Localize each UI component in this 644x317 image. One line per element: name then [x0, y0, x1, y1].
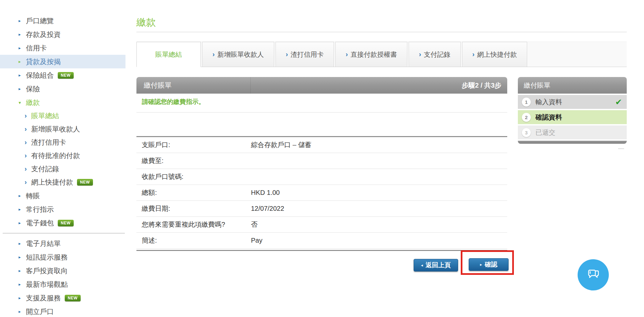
tab-bill-summary[interactable]: 賬單總結 [136, 42, 201, 67]
chevron-right-icon: ▸ [19, 194, 26, 198]
field-label: 繳費日期: [136, 204, 251, 213]
new-badge: NEW [65, 295, 81, 301]
steps-panel-title: 繳付賬單 [518, 77, 627, 94]
sidebar-item-add-bill-payee[interactable]: ›新增賬單收款人 [0, 122, 125, 136]
field-value: Pay [251, 237, 262, 244]
field-row: 簡述:Pay [136, 233, 507, 249]
sidebar-item-deposits-investments[interactable]: ▸存款及投資 [0, 28, 125, 41]
tab-direct-debit-authorisation[interactable]: ›直接付款授權書 [335, 42, 407, 67]
sidebar-item-latest-market-views[interactable]: ▸最新市場觀點 [0, 277, 125, 291]
sidebar-item-label: 賬單總結 [31, 111, 59, 120]
field-value: 否 [251, 220, 258, 229]
field-row: 您將來需要重複此項繳費嗎?否 [136, 217, 507, 233]
tab-add-bill-payee[interactable]: ›新增賬單收款人 [202, 42, 274, 67]
sidebar-item-label: 存款及投資 [26, 30, 61, 39]
chevron-right-icon: ▸ [19, 269, 26, 273]
chevron-right-icon: ▸ [19, 221, 26, 225]
chevron-right-icon: › [25, 179, 31, 185]
sidebar-item-scb-credit-card[interactable]: ›渣打信用卡 [0, 136, 125, 149]
chevron-right-icon: ▸ [19, 59, 26, 64]
tab-label: 新增賬單收款人 [217, 50, 264, 59]
confirmation-fields: 支賬戶口:綜合存款戶口 – 儲蓄繳費至:收款戶口號碼:總額:HKD 1.00繳費… [136, 137, 507, 249]
step-number: 3 [522, 128, 531, 137]
chat-bubbles-icon [585, 266, 602, 283]
tab-scb-credit-card[interactable]: ›渣打信用卡 [276, 42, 334, 67]
field-label: 總額: [136, 188, 251, 197]
sidebar-item-open-account[interactable]: ▸開立戶口 [0, 305, 125, 317]
sidebar-item-standing-instructions[interactable]: ▸常行指示 [0, 202, 125, 216]
sidebar-item-insurance-portfolio[interactable]: ▸保險組合NEW [0, 68, 125, 82]
chevron-right-icon: ▸ [19, 87, 26, 91]
step-label: 確認資料 [535, 113, 562, 122]
step-row-3: 3已遞交 [518, 125, 627, 139]
sidebar: ▸戶口總覽▸存款及投資▸信用卡▸貸款及按揭▸保險組合NEW▸保險▾繳款›賬單總結… [0, 14, 125, 317]
sidebar-item-credit-card[interactable]: ▸信用卡 [0, 41, 125, 55]
sidebar-item-bill-summary[interactable]: ›賬單總結 [0, 109, 125, 122]
instruction-text: 請確認您的繳費指示。 [142, 98, 205, 106]
panel-header-seam [250, 77, 251, 94]
check-icon: ✔ [615, 97, 622, 107]
sidebar-item-insurance[interactable]: ▸保險 [0, 82, 125, 96]
chevron-right-icon: ▸ [19, 32, 26, 37]
chevron-right-icon: ▸ [19, 296, 26, 300]
chevron-right-icon: › [25, 112, 31, 119]
chevron-right-icon: › [25, 152, 31, 159]
new-badge: NEW [58, 220, 74, 226]
tab-online-quick-payment[interactable]: ›網上快捷付款 [462, 42, 527, 67]
chevron-right-icon: ▸ [19, 19, 26, 23]
sidebar-item-label: 有待批准的付款 [31, 151, 80, 160]
sidebar-item-loans-mortgages[interactable]: ▸貸款及按揭 [0, 55, 125, 68]
chevron-right-icon: › [212, 50, 215, 58]
chevron-right-icon: ▸ [19, 207, 26, 211]
sidebar-item-label: 最新市場觀點 [26, 280, 68, 289]
sidebar-item-e-statement[interactable]: ▸電子月結單 [0, 237, 125, 250]
field-row: 繳費日期:12/07/2022 [136, 201, 507, 217]
app-root: ▸戶口總覽▸存款及投資▸信用卡▸貸款及按揭▸保險組合NEW▸保險▾繳款›賬單總結… [0, 0, 644, 317]
chevron-right-icon: › [25, 165, 31, 172]
chevron-right-icon: › [286, 50, 288, 58]
sidebar-divider [3, 233, 125, 233]
tab-bar: 賬單總結›新增賬單收款人›渣打信用卡›直接付款授權書›支付記錄›網上快捷付款 [136, 41, 627, 67]
back-button-label: 返回上頁 [426, 261, 451, 270]
form-bottom-divider [136, 250, 507, 251]
field-row: 收款戶口號碼: [136, 169, 507, 185]
sidebar-item-label: 開立戶口 [26, 307, 54, 316]
chat-button[interactable] [578, 259, 609, 290]
sidebar-item-label: 新增賬單收款人 [31, 124, 80, 134]
chevron-right-icon: › [346, 50, 348, 58]
forward-arrow-icon: ▸ [480, 262, 482, 267]
sidebar-item-label: 支援及服務 [26, 293, 61, 303]
confirm-button[interactable]: ▸ 確認 [469, 258, 509, 271]
chevron-right-icon: › [472, 50, 475, 58]
step-label: 輸入資料 [535, 98, 562, 107]
sidebar-item-label: 常行指示 [26, 205, 54, 214]
tab-label: 賬單總結 [155, 50, 182, 59]
chevron-right-icon: › [25, 125, 31, 132]
field-row: 支賬戶口:綜合存款戶口 – 儲蓄 [136, 137, 507, 153]
sidebar-item-bill-payment[interactable]: ▾繳款 [0, 96, 125, 109]
sidebar-item-support-services[interactable]: ▸支援及服務NEW [0, 291, 125, 305]
sidebar-item-transfer[interactable]: ▸轉賬 [0, 189, 125, 202]
chevron-right-icon: ▸ [19, 309, 26, 314]
page-title: 繳款 [136, 16, 156, 29]
back-button[interactable]: ◂ 返回上頁 [414, 259, 458, 272]
field-row: 總額:HKD 1.00 [136, 185, 507, 201]
sidebar-item-online-quick-payment[interactable]: ›網上快捷付款NEW [0, 176, 125, 189]
chevron-right-icon: ▸ [19, 282, 26, 286]
sidebar-item-e-wallet[interactable]: ▸電子錢包NEW [0, 216, 125, 230]
sidebar-item-sms-alert-service[interactable]: ▸短訊提示服務 [0, 250, 125, 264]
title-divider [136, 32, 627, 32]
panel-title: 繳付賬單 [136, 81, 172, 90]
sidebar-item-customer-investment-profile[interactable]: ▸客戶投資取向 [0, 264, 125, 277]
sidebar-item-pending-approval-payments[interactable]: ›有待批准的付款 [0, 149, 125, 162]
confirm-button-label: 確認 [485, 260, 497, 269]
sidebar-item-label: 轉賬 [26, 191, 40, 200]
chevron-down-icon: ▾ [19, 100, 26, 105]
sidebar-item-payment-records[interactable]: ›支付記錄 [0, 162, 125, 176]
sidebar-item-label: 貸款及按揭 [26, 57, 61, 66]
tab-label: 直接付款授權書 [351, 50, 397, 59]
sidebar-item-label: 信用卡 [26, 43, 47, 53]
tab-payment-records[interactable]: ›支付記錄 [409, 42, 461, 67]
tab-label: 網上快捷付款 [477, 50, 517, 59]
sidebar-item-account-overview[interactable]: ▸戶口總覽 [0, 14, 125, 28]
